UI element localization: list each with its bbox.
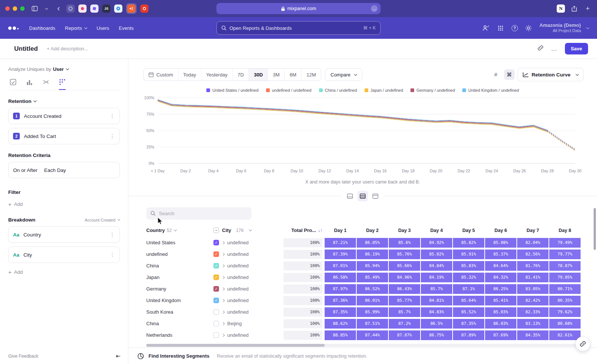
table-row[interactable]: ChinaBeijing100%88.62%87.51%87.2%86.5%87… [146,318,597,329]
row-checkbox[interactable]: ✓ [213,263,219,269]
tab-favicon-6[interactable] [140,4,149,13]
date-range-today[interactable]: Today [178,69,201,81]
breakdown-card[interactable]: AaCountry⋮ [8,226,120,243]
retention-value-cell[interactable]: 86.58% [325,273,356,282]
retention-value-cell[interactable]: 87.97% [325,284,356,294]
mixpanel-logo[interactable] [8,26,19,30]
kebab-menu-icon[interactable]: ⋮ [110,232,115,238]
day-column-header[interactable]: Day 3 [389,228,420,233]
minimize-window-button[interactable] [13,6,17,11]
breakdown-card[interactable]: AaCity⋮ [8,247,120,263]
retention-value-cell[interactable]: 87.1% [453,284,484,294]
retention-value-cell[interactable]: 87.35% [453,319,484,329]
tab-insights[interactable] [10,79,16,90]
retention-value-cell[interactable]: 87.21% [325,238,356,248]
row-checkbox[interactable]: ✓ [213,274,219,280]
date-range-7d[interactable]: 7D [232,69,249,81]
sidebar-toggle-icon[interactable] [31,4,39,13]
retention-value-cell[interactable]: 87.89% [453,330,484,340]
nav-item-events[interactable]: Events [119,25,134,31]
retention-value-cell[interactable]: 88.62% [325,319,356,329]
expand-row-icon[interactable] [222,264,225,267]
chart-type-selector[interactable]: Retention Curve [518,68,584,81]
table-row[interactable]: Japan✓undefined100%86.58%85.49%84.96%84.… [146,272,597,283]
retention-value-cell[interactable]: 87.51% [357,319,388,329]
retention-value-cell[interactable]: 87.01% [325,261,356,271]
retention-value-cell[interactable]: 85.03% [485,307,516,317]
day-column-header[interactable]: Day 5 [453,228,484,233]
chevron-down-icon[interactable] [43,4,51,13]
gear-icon[interactable] [525,24,533,32]
retention-value-cell[interactable]: 87.07% [389,330,420,340]
total-column-header[interactable]: Total Pro... ↓↑ [284,228,322,233]
legend-item[interactable]: Germany / undefined [410,88,455,92]
collapse-sidebar-icon[interactable]: ⇤ [116,353,121,360]
vertical-scrollbar[interactable] [594,208,596,250]
row-checkbox[interactable]: ✓ [213,251,219,257]
maximize-window-button[interactable] [20,6,25,11]
shortcut-icon[interactable]: ⌘ [504,69,515,80]
retention-value-cell[interactable]: 87.36% [325,296,356,305]
retention-value-cell[interactable]: 86.52% [357,284,388,294]
retention-value-cell[interactable]: 85.64% [453,296,484,305]
tab-favicon-5[interactable] [114,4,122,13]
retention-value-cell[interactable]: 86.19% [357,250,388,259]
date-range-12m[interactable]: 12M [301,69,321,81]
criteria-each-day[interactable]: Each Day [44,167,66,173]
series-line-incomplete[interactable] [547,132,575,151]
retention-step-card[interactable]: 2Added To Cart⋮ [8,128,120,144]
retention-value-cell[interactable]: 85.32% [453,273,484,282]
table-search-input[interactable]: Search [146,207,251,220]
expand-row-icon[interactable] [222,241,225,244]
retention-value-cell[interactable]: 80.68% [549,319,581,329]
retention-value-cell[interactable]: 82.33% [517,307,548,317]
close-window-button[interactable] [5,6,10,11]
legend-item[interactable]: undefined / undefined [266,88,312,92]
retention-value-cell[interactable]: 84.83% [421,307,452,317]
retention-value-cell[interactable]: 85.6% [389,238,420,248]
new-tab-icon[interactable]: + [584,4,592,13]
retention-value-cell[interactable]: 85.52% [453,307,484,317]
retention-value-cell[interactable]: 83.13% [517,319,548,329]
date-range-yesterday[interactable]: Yesterday [201,69,232,81]
retention-value-cell[interactable]: 79.62% [549,307,581,317]
retention-step-card[interactable]: 1Account Created⋮ [8,108,120,124]
expand-row-icon[interactable] [222,310,225,313]
retention-value-cell[interactable]: 85.41% [485,296,516,305]
retention-value-cell[interactable]: 86.5% [421,319,452,329]
select-all-checkbox[interactable]: – [213,228,219,233]
retention-value-cell[interactable]: 85.76% [389,250,420,259]
retention-value-cell[interactable]: 80.71% [549,284,581,294]
annotations-icon[interactable]: # [491,69,501,80]
retention-value-cell[interactable]: 84.84% [421,261,452,271]
retention-value-cell[interactable]: 84.19% [421,273,452,282]
retention-value-cell[interactable]: 86.03% [485,319,516,329]
tab-funnels[interactable] [26,79,33,90]
expand-row-icon[interactable] [222,333,225,336]
day-column-header[interactable]: Day 1 [325,228,356,233]
retention-value-cell[interactable]: 79.05% [549,273,581,282]
tab-favicon-1[interactable] [66,4,75,13]
global-search-input[interactable]: Open Reports & Dashboards ⌘ + K [216,21,381,35]
retention-value-cell[interactable]: 86.43% [389,284,420,294]
retention-value-cell[interactable]: 87.69% [485,330,516,340]
compare-button[interactable]: Compare [325,68,362,81]
retention-value-cell[interactable]: 84.64% [485,261,516,271]
city-column-header[interactable]: – City 176 [213,228,284,233]
legend-item[interactable]: United States / undefined [206,88,259,92]
row-checkbox[interactable] [213,332,219,338]
retention-value-cell[interactable]: 82.04% [517,238,548,248]
criteria-card[interactable]: On or After Each Day [8,162,120,178]
retention-chart[interactable]: 100%75%50%25%0%< 1 DayDay 2Day 4Day 6Day… [138,94,587,176]
view-split-icon[interactable] [357,191,368,201]
expand-row-icon[interactable] [222,322,225,325]
more-options-icon[interactable]: … [551,46,557,52]
retention-value-cell[interactable]: 79.77% [549,250,581,259]
legend-item[interactable]: United Kingdom / undefined [462,88,519,92]
retention-value-cell[interactable]: 87.44% [357,330,388,340]
tab-retention[interactable] [59,79,66,90]
day-column-header[interactable]: Day 8 [549,228,581,233]
day-column-header[interactable]: Day 7 [517,228,548,233]
kebab-menu-icon[interactable]: ⋮ [110,133,115,139]
project-switcher[interactable]: Amazonia {Demo} All Project Data [540,22,589,34]
